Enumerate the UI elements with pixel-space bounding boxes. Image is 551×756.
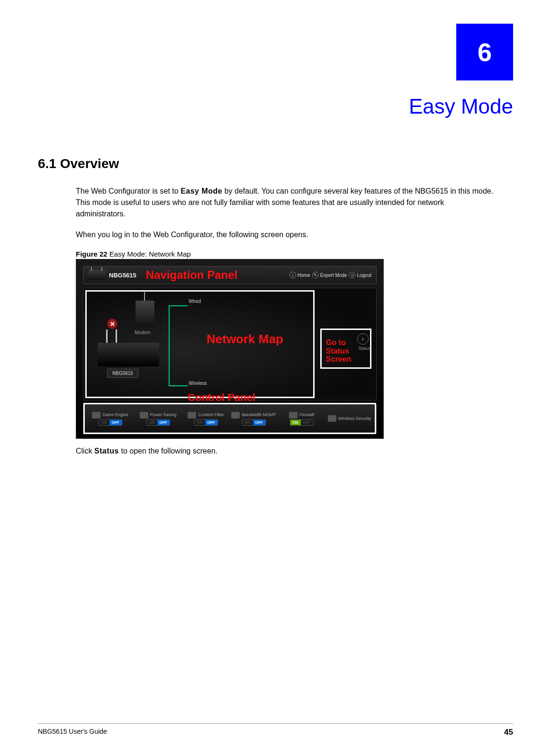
home-link-label: Home	[298, 273, 310, 278]
wired-label: Wired	[189, 299, 201, 304]
status-label: Status	[358, 346, 370, 351]
paragraph-2: When you log in to the Web Configurator,…	[76, 229, 494, 240]
disconnected-icon: ✕	[107, 319, 117, 329]
model-label: NBG5615	[109, 272, 136, 279]
annotation-control-panel: Control Panel	[188, 391, 255, 404]
footer-page-number: 45	[504, 728, 513, 737]
expert-mode-link[interactable]: ✎ Expert Mode	[312, 272, 347, 278]
figure-caption-text: Easy Mode: Network Map	[108, 250, 191, 258]
home-link[interactable]: ⌂ Home	[289, 272, 310, 278]
nbg-device-label: NBG5615	[107, 369, 138, 378]
router-device-icon	[98, 343, 159, 366]
p3-text-b: to open the following screen.	[119, 447, 217, 455]
annotation-navigation-panel: Navigation Panel	[146, 268, 289, 282]
router-logo-icon	[88, 270, 105, 280]
page-footer: NBG5615 User's Guide 45	[38, 723, 513, 737]
annotation-go-to-status: Go to Status Screen	[326, 338, 359, 364]
connector-line-bottom	[169, 385, 188, 386]
chapter-number-badge: 6	[456, 24, 513, 80]
p3-bold-status: Status	[94, 447, 119, 455]
logout-icon: ⎋	[349, 272, 355, 278]
wireless-label: Wireless	[189, 381, 207, 386]
top-links-group: ⌂ Home ✎ Expert Mode ⎋ Logout	[289, 272, 371, 278]
figure-label: Figure 22	[76, 250, 108, 258]
annotation-network-map: Network Map	[207, 332, 283, 347]
section-heading-6-1: 6.1 Overview	[38, 156, 513, 171]
logout-link-label: Logout	[357, 273, 371, 278]
modem-icon	[135, 301, 154, 327]
expert-icon: ✎	[312, 272, 319, 278]
expert-link-label: Expert Mode	[320, 273, 347, 278]
connector-line-vertical	[169, 305, 170, 386]
p3-text-a: Click	[76, 447, 94, 455]
logout-link[interactable]: ⎋ Logout	[349, 272, 371, 278]
connector-line-top	[169, 305, 188, 306]
paragraph-1: The Web Configurator is set to Easy Mode…	[76, 186, 494, 220]
annotation-box-control-panel	[83, 403, 376, 434]
footer-guide-name: NBG5615 User's Guide	[38, 728, 107, 737]
network-map-body: ✕ Modem Wired Wireless NBG5615 Network M…	[83, 288, 377, 400]
home-icon: ⌂	[289, 272, 296, 278]
figure-22-caption: Figure 22 Easy Mode: Network Map	[76, 250, 513, 258]
chapter-title: Easy Mode	[38, 95, 513, 118]
paragraph-3: Click Status to open the following scree…	[76, 445, 494, 457]
modem-label: Modem	[135, 330, 150, 335]
p1-text-a: The Web Configurator is set to	[76, 187, 181, 195]
navigation-panel-bar: NBG5615 Navigation Panel ⌂ Home ✎ Expert…	[83, 266, 377, 284]
p1-bold-easy-mode: Easy Mode	[181, 187, 222, 195]
figure-22-screenshot: NBG5615 Navigation Panel ⌂ Home ✎ Expert…	[76, 259, 384, 439]
control-panel-bar: Control Panel Game Engine ONOFF Power Sa…	[83, 404, 377, 433]
